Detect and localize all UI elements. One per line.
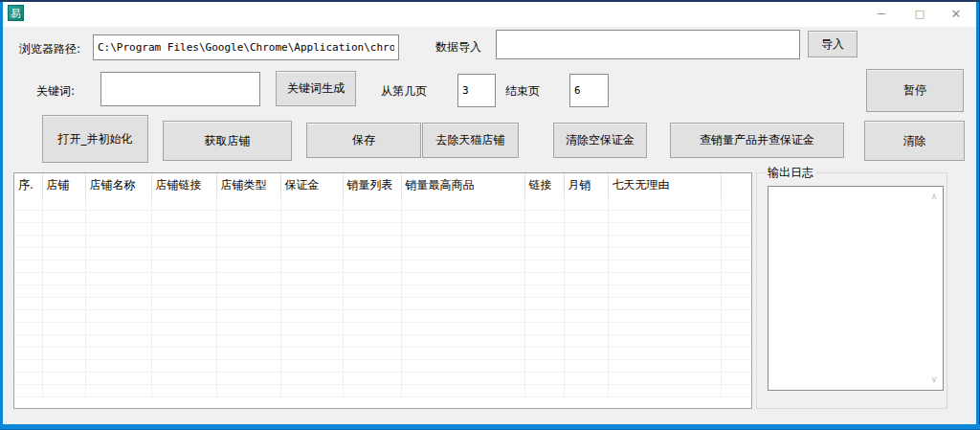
table-cell bbox=[151, 347, 216, 359]
scroll-up-icon[interactable]: ∧ bbox=[928, 192, 940, 201]
column-header[interactable]: 店铺链接 bbox=[151, 173, 216, 197]
action-button-3[interactable]: 保存 bbox=[306, 123, 421, 158]
table-row bbox=[14, 235, 752, 247]
table-cell bbox=[85, 210, 151, 222]
table-cell bbox=[280, 359, 343, 372]
table-cell bbox=[14, 210, 42, 222]
scroll-down-icon[interactable]: ∨ bbox=[928, 375, 940, 384]
action-button-7[interactable]: 清除 bbox=[864, 121, 965, 161]
table-cell bbox=[343, 334, 401, 347]
action-button-1[interactable]: 打开_并初始化 bbox=[42, 115, 148, 163]
action-button-4[interactable]: 去除天猫店铺 bbox=[422, 123, 519, 158]
data-import-label: 数据导入 bbox=[435, 39, 481, 56]
table-cell bbox=[343, 322, 401, 334]
column-header[interactable]: 店铺名称 bbox=[85, 173, 151, 197]
table-cell bbox=[151, 372, 216, 384]
output-log-textarea[interactable]: ∧ ∨ bbox=[768, 186, 944, 391]
table-cell bbox=[85, 197, 151, 210]
table-cell bbox=[343, 247, 401, 260]
column-header[interactable]: 链接 bbox=[524, 173, 564, 197]
table-cell bbox=[608, 347, 721, 359]
column-header[interactable]: 保证金 bbox=[280, 173, 343, 197]
table-cell bbox=[608, 297, 721, 309]
column-header[interactable]: 店铺 bbox=[42, 173, 85, 197]
table-cell bbox=[216, 247, 280, 260]
table-cell bbox=[608, 260, 721, 272]
table-cell bbox=[280, 210, 343, 222]
table-cell bbox=[343, 210, 401, 222]
table-cell bbox=[524, 384, 564, 396]
column-header[interactable]: 销量最高商品 bbox=[401, 173, 524, 197]
table-cell bbox=[401, 197, 524, 210]
table-cell bbox=[216, 384, 280, 396]
minimize-button[interactable]: ─ bbox=[865, 2, 898, 27]
end-page-input[interactable] bbox=[569, 74, 609, 107]
table-cell bbox=[524, 247, 564, 260]
table-cell bbox=[564, 322, 608, 334]
table-cell bbox=[14, 359, 42, 372]
table-cell bbox=[343, 384, 401, 396]
shop-table[interactable]: 序.店铺店铺名称店铺链接店铺类型保证金销量列表销量最高商品链接月销七天无理由 bbox=[13, 172, 752, 409]
table-cell bbox=[401, 347, 524, 359]
table-cell bbox=[42, 384, 85, 396]
table-cell bbox=[343, 197, 401, 210]
table-cell bbox=[216, 309, 280, 322]
table-cell bbox=[343, 297, 401, 309]
table-cell bbox=[524, 260, 564, 272]
table-cell bbox=[608, 372, 721, 384]
table-cell bbox=[280, 247, 343, 260]
table-cell bbox=[524, 322, 564, 334]
browser-path-label: 浏览器路径: bbox=[19, 41, 80, 57]
table-cell bbox=[401, 210, 524, 222]
table-cell bbox=[42, 197, 85, 210]
shop-table-grid: 序.店铺店铺名称店铺链接店铺类型保证金销量列表销量最高商品链接月销七天无理由 bbox=[14, 173, 752, 397]
start-page-input[interactable] bbox=[457, 74, 496, 107]
table-cell bbox=[564, 235, 608, 247]
action-button-2[interactable]: 获取店铺 bbox=[163, 121, 292, 161]
column-header[interactable] bbox=[721, 173, 752, 197]
table-cell bbox=[608, 197, 721, 210]
column-header[interactable]: 七天无理由 bbox=[608, 173, 721, 197]
table-cell bbox=[280, 260, 343, 272]
table-cell bbox=[151, 235, 216, 247]
table-cell bbox=[564, 272, 608, 284]
table-cell bbox=[14, 284, 42, 297]
table-cell bbox=[216, 260, 280, 272]
table-cell bbox=[151, 359, 216, 372]
table-cell bbox=[42, 322, 85, 334]
table-cell bbox=[216, 297, 280, 309]
table-cell bbox=[151, 222, 216, 235]
maximize-button[interactable]: □ bbox=[903, 2, 936, 27]
column-header[interactable]: 序. bbox=[14, 173, 42, 197]
column-header[interactable]: 销量列表 bbox=[343, 173, 401, 197]
table-cell bbox=[564, 222, 608, 235]
table-cell bbox=[85, 334, 151, 347]
table-cell bbox=[721, 384, 752, 396]
browser-path-input[interactable] bbox=[93, 34, 399, 60]
pause-button[interactable]: 暂停 bbox=[866, 69, 964, 112]
table-cell bbox=[42, 247, 85, 260]
table-cell bbox=[721, 235, 752, 247]
keyword-generate-button[interactable]: 关键词生成 bbox=[276, 71, 356, 106]
action-button-5[interactable]: 清除空保证金 bbox=[553, 123, 647, 158]
table-cell bbox=[151, 297, 216, 309]
title-bar[interactable]: 易 ─ □ ✕ bbox=[3, 2, 976, 27]
column-header[interactable]: 月销 bbox=[564, 173, 608, 197]
close-button[interactable]: ✕ bbox=[940, 2, 972, 27]
table-cell bbox=[151, 247, 216, 260]
table-cell bbox=[42, 297, 85, 309]
table-cell bbox=[85, 372, 151, 384]
table-cell bbox=[85, 322, 151, 334]
action-button-6[interactable]: 查销量产品并查保证金 bbox=[670, 123, 844, 158]
table-cell bbox=[42, 222, 85, 235]
table-cell bbox=[280, 372, 343, 384]
data-import-input[interactable] bbox=[496, 30, 800, 59]
keyword-input[interactable] bbox=[100, 72, 260, 106]
table-cell bbox=[401, 372, 524, 384]
table-cell bbox=[14, 222, 42, 235]
column-header[interactable]: 店铺类型 bbox=[216, 173, 280, 197]
table-cell bbox=[14, 235, 42, 247]
import-button[interactable]: 导入 bbox=[808, 31, 858, 57]
table-cell bbox=[721, 247, 752, 260]
table-cell bbox=[42, 334, 85, 347]
